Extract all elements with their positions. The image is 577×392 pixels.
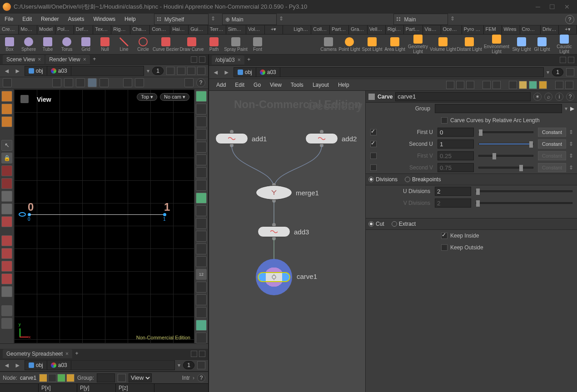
tab-scene-view[interactable]: Scene View× bbox=[3, 55, 45, 64]
second-u-input[interactable] bbox=[438, 139, 474, 149]
shelf-tab[interactable]: Guid… bbox=[189, 25, 208, 34]
menu-file[interactable]: File bbox=[0, 14, 18, 25]
first-u-enable[interactable] bbox=[370, 129, 377, 135]
close-icon[interactable]: × bbox=[238, 57, 241, 63]
vp-tool-icon[interactable] bbox=[64, 78, 73, 87]
node-add2[interactable]: add2 bbox=[305, 133, 357, 144]
magnet-icon[interactable] bbox=[1, 248, 12, 259]
view-select[interactable]: View bbox=[129, 373, 152, 382]
forward-icon[interactable]: ► bbox=[223, 69, 231, 76]
tool-icon[interactable] bbox=[1, 178, 12, 189]
hud-icon[interactable] bbox=[3, 78, 12, 87]
tab-cut[interactable]: Cut bbox=[368, 221, 384, 227]
vp-tool-icon[interactable] bbox=[52, 78, 61, 87]
shelf-tab[interactable]: Hair… bbox=[170, 25, 189, 34]
tool-icon[interactable] bbox=[1, 165, 12, 176]
magnet-icon[interactable] bbox=[1, 261, 12, 272]
magnet-icon[interactable] bbox=[1, 235, 12, 246]
view-top-button[interactable]: Top ▾ bbox=[137, 93, 157, 101]
col-header[interactable]: P[x] bbox=[39, 384, 77, 392]
shelf-tab[interactable]: Modify bbox=[19, 25, 37, 34]
filter-icon[interactable] bbox=[118, 374, 126, 382]
breadcrumb[interactable]: obj a03 bbox=[25, 360, 175, 370]
second-u-enable[interactable] bbox=[370, 141, 377, 147]
display-icon[interactable] bbox=[196, 180, 207, 191]
frame-pill[interactable]: 1 bbox=[183, 361, 194, 369]
pane-icon[interactable] bbox=[568, 57, 574, 63]
shelf-sphere[interactable]: Sphere bbox=[19, 37, 38, 52]
keep-inside-checkbox[interactable] bbox=[441, 233, 448, 239]
frame-pill[interactable]: 1 bbox=[152, 67, 164, 75]
tool-icon[interactable] bbox=[187, 67, 195, 75]
close-icon[interactable]: × bbox=[65, 351, 69, 357]
menu-help[interactable]: Help bbox=[120, 14, 140, 25]
shelf-null[interactable]: Null bbox=[95, 37, 114, 52]
net-tool-icon[interactable] bbox=[492, 81, 501, 89]
second-u-slider[interactable] bbox=[478, 143, 533, 145]
net-menu-tools[interactable]: Tools bbox=[287, 80, 307, 90]
first-u-slider[interactable] bbox=[478, 131, 533, 133]
node-add1[interactable]: add1 bbox=[215, 133, 267, 144]
tool-icon[interactable] bbox=[1, 203, 12, 214]
badge-12[interactable]: 12 bbox=[196, 269, 207, 280]
shelf-line[interactable]: Line bbox=[114, 37, 134, 52]
add-tab-icon[interactable]: + bbox=[245, 56, 253, 64]
pane-icon[interactable] bbox=[191, 56, 197, 63]
add-tab-icon[interactable]: + bbox=[91, 56, 98, 63]
shelf-tab[interactable]: Poly… bbox=[55, 25, 74, 34]
maximize-icon[interactable]: ☐ bbox=[549, 3, 555, 10]
vp-tool-icon[interactable] bbox=[76, 78, 85, 87]
attr-icon[interactable] bbox=[66, 374, 75, 382]
node-add3[interactable]: add3 bbox=[258, 226, 309, 237]
gear-icon[interactable] bbox=[1, 286, 12, 297]
tool-icon[interactable] bbox=[1, 318, 12, 329]
shelf-tab[interactable]: Rigi… bbox=[386, 25, 404, 34]
node-name-input[interactable] bbox=[395, 92, 531, 101]
net-menu-go[interactable]: Go bbox=[250, 80, 264, 90]
shelf-tab[interactable]: Terr… bbox=[208, 25, 226, 34]
vp-tool-icon[interactable] bbox=[88, 78, 97, 87]
tab-render-view[interactable]: Render View× bbox=[45, 55, 90, 64]
shelf-draw-curve[interactable]: Draw Curve bbox=[179, 37, 204, 52]
menu-assets[interactable]: Assets bbox=[63, 14, 89, 25]
attr-icon[interactable] bbox=[39, 374, 47, 382]
shelf-caustic[interactable]: Caustic Light bbox=[552, 35, 577, 54]
search-icon[interactable] bbox=[555, 81, 563, 89]
net-tool-icon[interactable] bbox=[466, 81, 474, 89]
forward-icon[interactable]: ► bbox=[14, 362, 22, 369]
shelf-spotlight[interactable]: Spot Light bbox=[361, 37, 383, 52]
frame-pill[interactable]: 1 bbox=[552, 68, 563, 76]
shelf-arealight[interactable]: Area Light bbox=[383, 37, 406, 52]
shelf-tab[interactable]: Model bbox=[37, 25, 55, 34]
intrinsic-label[interactable]: Intr bbox=[182, 375, 190, 381]
info-icon[interactable]: i bbox=[555, 93, 563, 101]
shelf-skylight[interactable]: Sky Light bbox=[511, 37, 532, 52]
display-icon[interactable] bbox=[196, 129, 207, 140]
shelf-tab[interactable]: FEM bbox=[484, 25, 502, 34]
u-div-input[interactable] bbox=[435, 187, 471, 196]
shelf-torus[interactable]: Torus bbox=[57, 37, 76, 52]
vp-tool-icon[interactable] bbox=[123, 78, 132, 87]
shelf-spray[interactable]: Spray Paint bbox=[224, 37, 248, 52]
display-icon[interactable] bbox=[196, 282, 207, 293]
tool-icon[interactable] bbox=[1, 91, 12, 102]
forward-icon[interactable]: ► bbox=[14, 67, 22, 74]
menu-windows[interactable]: Windows bbox=[89, 14, 120, 25]
back-icon[interactable]: ◄ bbox=[3, 362, 11, 369]
dropdown-icon[interactable]: ▾ bbox=[565, 105, 567, 112]
second-v-enable[interactable] bbox=[370, 164, 377, 171]
display-icon[interactable] bbox=[196, 332, 207, 343]
select-tool-icon[interactable]: ↖ bbox=[1, 140, 12, 151]
tool-icon[interactable] bbox=[1, 305, 12, 316]
net-menu-layout[interactable]: Layout bbox=[309, 80, 333, 90]
display-icon[interactable] bbox=[196, 256, 207, 267]
first-u-input[interactable] bbox=[438, 128, 474, 137]
shelf-gilight[interactable]: GI Light bbox=[532, 37, 552, 52]
help-icon[interactable]: ? bbox=[565, 15, 574, 24]
shelf-tab[interactable]: Parti… bbox=[404, 25, 423, 34]
shelf-vollight[interactable]: Volume Light bbox=[430, 37, 456, 52]
shelf-distlight[interactable]: Distant Light bbox=[456, 37, 482, 52]
shelf-geolight[interactable]: Geometry Light bbox=[406, 35, 430, 54]
group-input[interactable] bbox=[435, 104, 562, 113]
tab-extract[interactable]: Extract bbox=[392, 221, 416, 227]
